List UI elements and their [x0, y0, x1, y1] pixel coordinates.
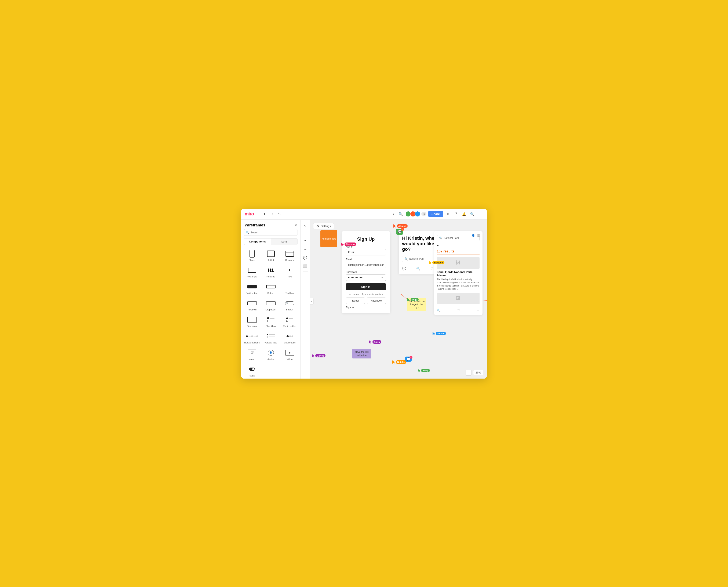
main-content: Wireframes × 🔍 Components Icons Phone [241, 220, 487, 379]
search-top-icon[interactable]: 🔍 [469, 211, 475, 217]
component-avatar[interactable]: 👤 Avatar [262, 346, 280, 362]
miro-logo: miro [245, 211, 254, 217]
email-input[interactable] [346, 262, 386, 268]
component-radio-button[interactable]: Radio button [281, 313, 299, 329]
undo-icon[interactable]: ↩ [270, 211, 276, 217]
purple-sticky-note[interactable]: Move the link to the top [352, 349, 371, 359]
orange-logo-sticky[interactable]: Add logo here [321, 230, 337, 247]
sidebar-search-input[interactable] [244, 229, 298, 236]
bottom-chat-icon[interactable]: 💬 2 [405, 356, 412, 362]
text-tool[interactable]: T [302, 230, 309, 237]
name-input[interactable] [346, 249, 386, 255]
component-heading[interactable]: H1 Heading [262, 264, 280, 280]
chat-badge: 8 [401, 228, 404, 231]
search-bottom-icon[interactable]: 🔍 [416, 267, 420, 271]
component-solid-button[interactable]: Solid button [243, 280, 261, 296]
sticky-tool[interactable]: 🗒 [302, 238, 309, 245]
avatar-group: +9 [405, 211, 427, 217]
component-image[interactable]: 🖼 Image [243, 346, 261, 362]
name-label: Name [346, 245, 386, 248]
tab-icons[interactable]: Icons [271, 238, 298, 244]
np-card-2-image: 🖼 [437, 292, 479, 304]
np-results-count: 137 results [437, 250, 479, 255]
np-heart-icon[interactable]: ♥ [437, 243, 439, 247]
heart-bottom-icon[interactable]: ♡ [430, 267, 433, 271]
np-card-1-image: 🖼 [437, 257, 479, 269]
sidebar-close-button[interactable]: × [295, 223, 297, 228]
crop-tool[interactable]: ⬜ [302, 262, 309, 269]
social-text: or use one of your social profiles [346, 293, 386, 296]
component-textarea[interactable]: Text area [243, 313, 261, 329]
menu-icon[interactable]: ☰ [477, 211, 483, 217]
chat-bottom-icon[interactable]: 💬 [402, 267, 406, 271]
collapse-sidebar-button[interactable]: » [310, 298, 314, 305]
component-mobile-tabs[interactable]: Mobile tabs [281, 330, 299, 346]
left-sidebar: Wireframes × 🔍 Components Icons Phone [241, 220, 301, 379]
select-tool[interactable]: ↖ [302, 222, 309, 229]
component-vertical-tabs[interactable]: Vertical tabs [262, 330, 280, 346]
component-dropdown[interactable]: ▾ Dropdown [262, 297, 280, 312]
component-video[interactable]: ▶ Video [281, 346, 299, 362]
help-icon[interactable]: ? [453, 211, 459, 217]
yellow-sticky-note[interactable]: Can we add an image to the bg? [407, 298, 426, 311]
social-buttons: Twitter Facebook [346, 298, 386, 304]
zoom-level: 25% [473, 370, 483, 375]
redo-icon[interactable]: ↪ [276, 211, 282, 217]
np-bottom-bar: 🔍 ♡ ☰ [437, 307, 479, 312]
np-heart-row: ♥ [437, 243, 479, 248]
settings-bar[interactable]: ⚙ Settings [313, 223, 334, 229]
np-bottom-menu[interactable]: ☰ [477, 308, 479, 312]
sidebar-title: Wireframes [245, 223, 265, 228]
component-text-link[interactable]: Text link [281, 280, 299, 296]
np-card-desc: The Harding Icefield, which is actually … [437, 278, 479, 290]
chat-tool[interactable]: 💬 [302, 254, 309, 262]
component-text-field[interactable]: Text field [243, 297, 261, 312]
kenji-cursor: Kenji [418, 369, 430, 372]
component-rectangle[interactable]: Rectangle [243, 264, 261, 280]
tab-components[interactable]: Components [244, 238, 271, 244]
draw-tool[interactable]: ✏ [302, 246, 309, 254]
follow-icon[interactable]: ⇥ [390, 211, 396, 217]
kenji-label: Kenji [421, 369, 430, 372]
np-person-icon: 👤 [471, 234, 475, 237]
settings-label: Settings [321, 225, 331, 228]
avatar-3 [415, 211, 421, 217]
avatar-count: +9 [421, 212, 427, 216]
chat-icon: 💬 8 [396, 229, 403, 235]
more-tools[interactable]: ··· [302, 273, 309, 280]
canvas-area[interactable]: ⚙ Settings Add logo here Ahmed Carmen Si… [310, 220, 487, 379]
np-bottom-search[interactable]: 🔍 [437, 308, 440, 312]
component-phone[interactable]: Phone [243, 248, 261, 263]
zoom-icon[interactable]: 🔍 [398, 211, 404, 217]
kristin-search-icon: 🔍 [404, 257, 408, 260]
settings-icon[interactable]: ⚙ [445, 211, 451, 217]
component-text[interactable]: T Text [281, 264, 299, 280]
nav-back-button[interactable]: ← [466, 370, 471, 376]
upload-icon[interactable]: ⬆ [262, 211, 267, 217]
sign-in-button[interactable]: Sign In [346, 283, 386, 290]
component-tablet[interactable]: Tablet [262, 248, 280, 263]
carlos-label: Carlos [315, 354, 326, 357]
notifications-icon[interactable]: 🔔 [461, 211, 467, 217]
component-horizontal-tabs[interactable]: Horizontal tabs [243, 330, 261, 346]
component-search[interactable]: 🔍 Search [281, 297, 299, 312]
sidebar-search: 🔍 [244, 229, 298, 236]
middle-toolbar: ↖ T 🗒 ✏ 💬 ⬜ ··· [301, 220, 310, 379]
np-top-icons: 👤 ☰ [471, 234, 480, 237]
share-button[interactable]: Share [428, 211, 443, 217]
password-eye-icon[interactable]: 👁 [381, 276, 384, 279]
password-input[interactable] [346, 275, 386, 281]
component-browser[interactable]: Browser [281, 248, 299, 263]
twitter-button[interactable]: Twitter [346, 298, 365, 304]
component-toggle[interactable]: Toggle [243, 363, 261, 379]
sidebar-search-icon: 🔍 [246, 231, 249, 234]
np-bottom-heart[interactable]: ♡ [457, 308, 460, 312]
np-search-icon: 🔍 [439, 237, 442, 239]
facebook-button[interactable]: Facebook [367, 298, 386, 304]
ahmed-cursor: Ahmed [393, 224, 407, 228]
component-button[interactable]: Button [262, 280, 280, 296]
natalie-cursor: Natalie [392, 360, 406, 364]
component-checkbox[interactable]: Checkbox [262, 313, 280, 329]
purple-note-text: Move the link to the top [355, 351, 369, 356]
signin-link[interactable]: Sign In [346, 306, 386, 309]
